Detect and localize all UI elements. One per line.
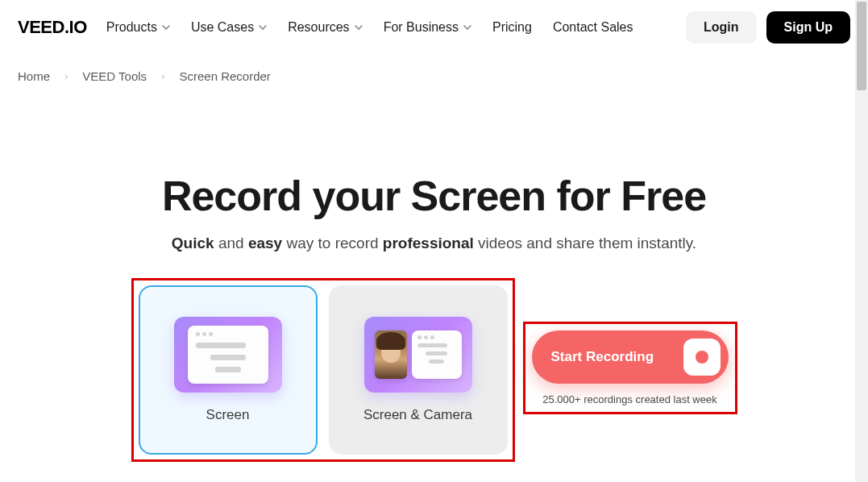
nav-label: Pricing [492, 20, 532, 35]
screen-camera-thumbnail [364, 317, 472, 393]
nav-label: Resources [288, 20, 349, 35]
nav-right: Login Sign Up [686, 11, 850, 44]
page-subtitle: Quick and easy way to record professiona… [0, 235, 868, 252]
record-icon [683, 339, 721, 376]
cta-subtext: 25.000+ recordings created last week [542, 393, 716, 405]
screen-thumbnail [174, 317, 282, 393]
window-icon [412, 330, 462, 379]
breadcrumb-home[interactable]: Home [18, 69, 50, 83]
option-screen-camera[interactable]: Screen & Camera [329, 285, 508, 455]
hero: Record your Screen for Free Quick and ea… [0, 172, 868, 252]
cards-area: Screen Screen & Camera Start Recording 2… [0, 278, 868, 462]
signup-button[interactable]: Sign Up [766, 11, 850, 44]
breadcrumb: Home › VEED Tools › Screen Recorder [0, 55, 868, 83]
chevron-right-icon: › [161, 70, 164, 82]
nav-products[interactable]: Products [106, 20, 170, 35]
option-screen[interactable]: Screen [139, 285, 318, 455]
nav-label: Contact Sales [553, 20, 633, 35]
nav-for-business[interactable]: For Business [384, 20, 471, 35]
main-nav: Products Use Cases Resources For Busines… [106, 20, 678, 35]
start-recording-button[interactable]: Start Recording [532, 330, 729, 384]
page-title: Record your Screen for Free [0, 172, 868, 220]
chevron-right-icon: › [64, 70, 68, 82]
breadcrumb-veed-tools[interactable]: VEED Tools [82, 69, 147, 83]
option-label: Screen [206, 407, 250, 423]
chevron-down-icon [355, 23, 363, 31]
nav-resources[interactable]: Resources [288, 20, 362, 35]
nav-contact-sales[interactable]: Contact Sales [553, 20, 633, 35]
chevron-down-icon [162, 23, 170, 31]
cta-label: Start Recording [551, 349, 654, 365]
cta-highlight: Start Recording 25.000+ recordings creat… [523, 322, 737, 414]
nav-pricing[interactable]: Pricing [492, 20, 532, 35]
scrollbar-track[interactable] [855, 0, 868, 482]
recording-options-highlight: Screen Screen & Camera [131, 278, 515, 462]
option-label: Screen & Camera [363, 407, 472, 423]
nav-label: Products [106, 20, 157, 35]
nav-use-cases[interactable]: Use Cases [191, 20, 267, 35]
logo[interactable]: VEED.IO [18, 17, 87, 38]
chevron-down-icon [463, 23, 471, 31]
nav-label: For Business [384, 20, 459, 35]
camera-face-icon [375, 330, 407, 379]
window-icon [188, 326, 268, 384]
breadcrumb-screen-recorder[interactable]: Screen Recorder [179, 69, 270, 83]
scrollbar-thumb[interactable] [857, 2, 866, 90]
login-button[interactable]: Login [686, 11, 757, 44]
chevron-down-icon [259, 23, 267, 31]
header: VEED.IO Products Use Cases Resources For… [0, 0, 868, 55]
nav-label: Use Cases [191, 20, 254, 35]
